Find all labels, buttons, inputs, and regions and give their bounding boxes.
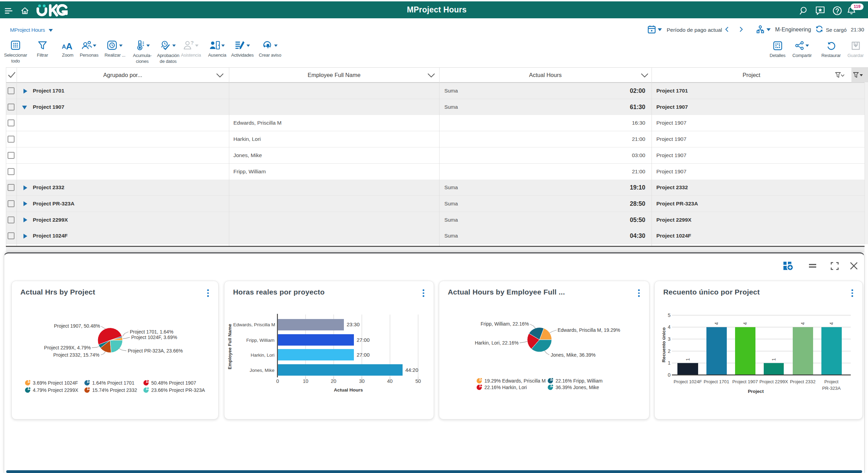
svg-text:3.69% Project 1024F: 3.69% Project 1024F — [33, 380, 78, 386]
svg-text:A: A — [66, 41, 73, 50]
svg-text:20: 20 — [331, 378, 336, 384]
svg-text:4: 4 — [714, 322, 719, 325]
svg-text:4: 4 — [800, 322, 806, 325]
svg-text:4: 4 — [742, 322, 748, 325]
svg-text:Edwards, Priscilla M, 19.29%: Edwards, Priscilla M, 19.29% — [558, 327, 620, 333]
svg-text:Project PR-323A, 23.66%: Project PR-323A, 23.66% — [128, 348, 183, 354]
svg-text:Fripp, William, 22.16%: Fripp, William, 22.16% — [481, 321, 529, 327]
svg-text:0: 0 — [276, 378, 279, 384]
svg-text:Edwards, Priscilla M: Edwards, Priscilla M — [233, 322, 275, 327]
svg-text:27:00: 27:00 — [357, 337, 370, 343]
svg-text:23:30: 23:30 — [347, 321, 360, 327]
svg-text:Fripp, William: Fripp, William — [246, 338, 274, 343]
svg-text:27:00: 27:00 — [357, 352, 370, 358]
svg-text:4: 4 — [829, 322, 834, 325]
svg-text:30: 30 — [359, 378, 365, 384]
svg-text:Project 1907: Project 1907 — [732, 379, 758, 384]
svg-text:Project 2299X, 4.79%: Project 2299X, 4.79% — [44, 345, 91, 350]
svg-text:1: 1 — [771, 358, 777, 361]
svg-text:Project 2332: Project 2332 — [790, 379, 816, 384]
svg-text:2: 2 — [668, 348, 671, 354]
svg-text:Project 1024F: Project 1024F — [674, 379, 702, 384]
svg-text:Project: Project — [748, 389, 764, 394]
svg-text:Project 1907, 50.48%: Project 1907, 50.48% — [54, 323, 100, 329]
svg-text:10: 10 — [303, 378, 308, 384]
svg-text:Jones, Mike, 36.39%: Jones, Mike, 36.39% — [551, 352, 596, 358]
svg-text:36.39% Jones, Mike: 36.39% Jones, Mike — [556, 385, 599, 390]
svg-text:1: 1 — [685, 358, 691, 361]
svg-text:Jones, Mike: Jones, Mike — [250, 368, 274, 373]
svg-text:Recuento único: Recuento único — [661, 327, 666, 362]
svg-text:Employee Full Name: Employee Full Name — [227, 324, 232, 369]
svg-text:Project 2332, 15.74%: Project 2332, 15.74% — [53, 352, 99, 358]
svg-text:1.64% Project 1701: 1.64% Project 1701 — [92, 380, 134, 386]
svg-text:50: 50 — [415, 378, 421, 384]
svg-text:Actual Hours: Actual Hours — [334, 387, 363, 393]
svg-text:22.16% Harkin, Lori: 22.16% Harkin, Lori — [484, 385, 527, 390]
svg-text:Project 1701: Project 1701 — [704, 379, 729, 384]
svg-text:Harkin, Lori, 22.16%: Harkin, Lori, 22.16% — [475, 340, 519, 346]
svg-text:50.48% Project 1907: 50.48% Project 1907 — [151, 380, 196, 386]
svg-text:Project: Project — [824, 379, 838, 384]
svg-text:PR-323A: PR-323A — [822, 386, 841, 391]
svg-text:3: 3 — [668, 336, 671, 342]
svg-text:15.74% Project 2332: 15.74% Project 2332 — [92, 387, 137, 393]
svg-text:4: 4 — [668, 324, 671, 330]
svg-text:Project 1701, 1.64%: Project 1701, 1.64% — [130, 329, 173, 335]
svg-text:1: 1 — [668, 360, 671, 366]
svg-text:22.16% Fripp, William: 22.16% Fripp, William — [556, 378, 602, 384]
svg-text:Project 1024F, 3.69%: Project 1024F, 3.69% — [131, 335, 177, 340]
svg-text:40: 40 — [387, 378, 393, 384]
svg-text:4.79% Project 2299X: 4.79% Project 2299X — [33, 387, 78, 393]
svg-text:?: ? — [191, 40, 194, 46]
svg-text:44:20: 44:20 — [405, 367, 418, 373]
svg-text:0: 0 — [668, 372, 671, 378]
svg-text:Harkin, Lori: Harkin, Lori — [251, 353, 274, 358]
svg-text:Project 2299X: Project 2299X — [760, 379, 788, 384]
svg-text:23.66% Project PR-323A: 23.66% Project PR-323A — [151, 387, 205, 393]
svg-text:A: A — [62, 44, 66, 50]
svg-text:5: 5 — [668, 312, 671, 318]
svg-text:19.29% Edwards, Priscilla M: 19.29% Edwards, Priscilla M — [484, 378, 546, 384]
